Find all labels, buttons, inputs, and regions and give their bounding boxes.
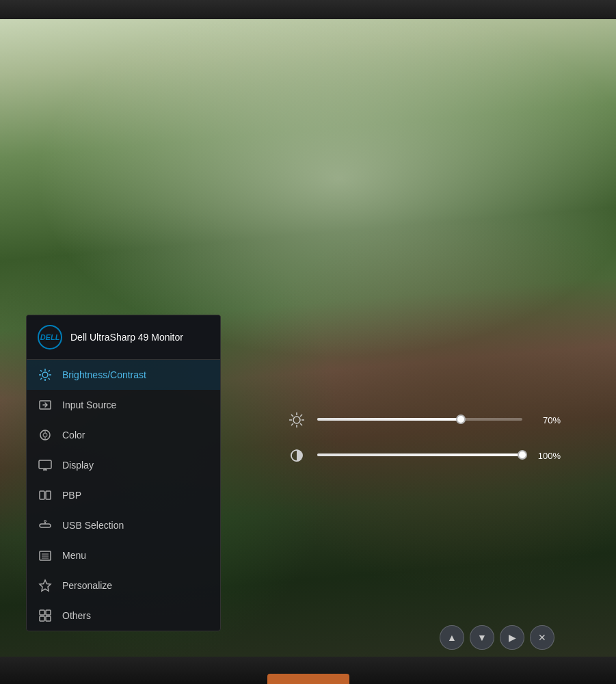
svg-rect-29 — [40, 616, 44, 621]
menu-item-personalize[interactable]: Personalize — [27, 570, 220, 601]
svg-rect-27 — [40, 610, 44, 615]
menu-label-menu: Menu — [62, 550, 86, 561]
contrast-track — [317, 453, 522, 456]
personalize-icon — [38, 578, 53, 593]
svg-point-31 — [293, 417, 300, 423]
osd-header: DELL Dell UltraSharp 49 Monitor — [27, 315, 220, 360]
nav-close-button[interactable]: ✕ — [530, 625, 554, 650]
input-source-icon — [38, 397, 53, 412]
svg-rect-28 — [46, 610, 51, 615]
svg-rect-17 — [40, 491, 44, 499]
brightness-thumb[interactable] — [456, 415, 466, 424]
svg-line-37 — [300, 423, 302, 425]
display-icon — [38, 458, 53, 473]
osd-menu-panel: DELL Dell UltraSharp 49 Monitor Brigh — [26, 315, 221, 631]
brightness-slider-row: 70% — [287, 410, 561, 430]
svg-line-36 — [291, 415, 293, 417]
svg-point-21 — [44, 521, 46, 523]
menu-label-brightness-contrast: Brightness/Contrast — [62, 369, 146, 380]
brightness-track-container[interactable] — [317, 418, 522, 422]
menu-item-display[interactable]: Display — [27, 450, 220, 480]
contrast-track-container[interactable] — [317, 453, 522, 458]
monitor-title: Dell UltraSharp 49 Monitor — [70, 332, 183, 343]
svg-marker-26 — [40, 580, 51, 591]
brightness-track — [317, 418, 522, 421]
nav-up-button[interactable]: ▲ — [440, 625, 464, 650]
svg-rect-19 — [40, 524, 51, 527]
brightness-contrast-icon — [38, 367, 53, 382]
svg-line-39 — [291, 423, 293, 425]
contrast-value: 100% — [533, 451, 561, 461]
brightness-slider-icon — [287, 410, 306, 430]
menu-label-personalize: Personalize — [62, 580, 112, 591]
dell-logo: DELL — [38, 325, 62, 350]
usb-icon — [38, 518, 53, 533]
contrast-slider-row: 100% — [287, 446, 561, 465]
menu-item-menu[interactable]: Menu — [27, 540, 220, 570]
svg-line-5 — [40, 370, 42, 371]
osd-menu-list: Brightness/Contrast Input Source — [27, 360, 220, 631]
menu-label-others: Others — [62, 610, 91, 621]
svg-point-11 — [43, 433, 47, 437]
menu-label-color: Color — [62, 430, 85, 440]
color-icon — [38, 428, 53, 443]
menu-label-pbp: PBP — [62, 490, 81, 501]
svg-line-6 — [49, 378, 50, 380]
nav-right-button[interactable]: ▶ — [500, 625, 524, 650]
contrast-fill — [317, 453, 522, 456]
menu-item-pbp[interactable]: PBP — [27, 480, 220, 510]
monitor-stand — [267, 674, 349, 684]
brightness-fill — [317, 418, 461, 421]
brightness-value: 70% — [533, 415, 561, 425]
svg-point-0 — [42, 372, 48, 378]
monitor-bottom-bar — [0, 657, 616, 684]
sliders-panel: 70% 100% — [267, 397, 581, 495]
menu-item-color[interactable]: Color — [27, 420, 220, 450]
contrast-slider-icon — [287, 446, 306, 465]
menu-item-input-source[interactable]: Input Source — [27, 390, 220, 420]
menu-item-brightness-contrast[interactable]: Brightness/Contrast — [27, 360, 220, 390]
pbp-icon — [38, 488, 53, 503]
svg-line-7 — [49, 370, 50, 371]
contrast-thumb[interactable] — [518, 450, 527, 460]
svg-rect-18 — [46, 491, 51, 499]
svg-line-38 — [300, 415, 302, 417]
menu-label-usb-selection: USB Selection — [62, 520, 124, 531]
svg-rect-14 — [39, 460, 51, 469]
menu-label-input-source: Input Source — [62, 399, 116, 410]
nav-buttons: ▲ ▼ ▶ ✕ — [440, 625, 554, 650]
menu-label-display: Display — [62, 460, 94, 471]
menu-icon — [38, 548, 53, 563]
nav-down-button[interactable]: ▼ — [470, 625, 494, 650]
svg-line-8 — [40, 378, 42, 380]
menu-item-others[interactable]: Others — [27, 601, 220, 631]
svg-rect-30 — [46, 616, 51, 621]
others-icon — [38, 608, 53, 623]
monitor-top-bar — [0, 0, 616, 19]
menu-item-usb-selection[interactable]: USB Selection — [27, 510, 220, 540]
